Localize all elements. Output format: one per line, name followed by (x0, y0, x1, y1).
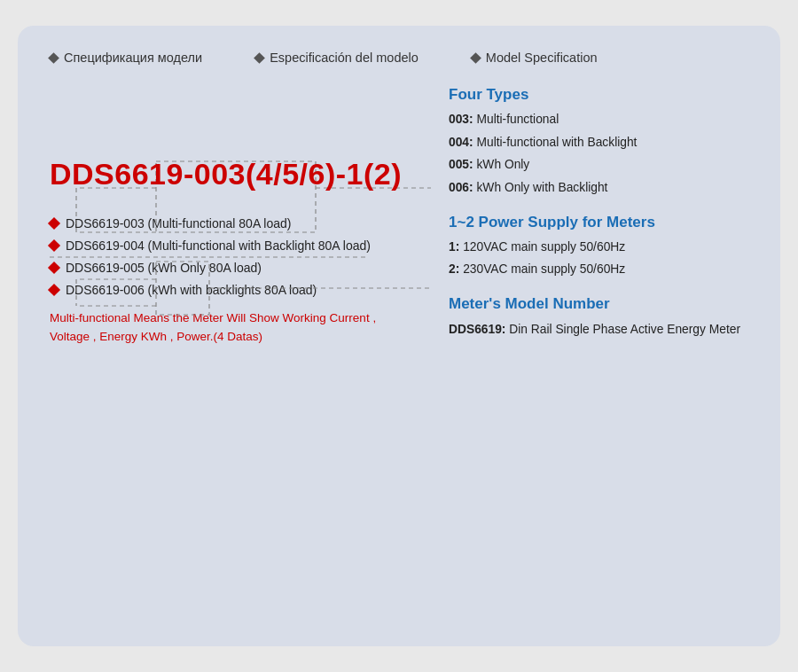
header-label-russian: Спецификация модели (64, 51, 202, 65)
four-types-title: Four Types (449, 86, 748, 104)
type-003-code: 003: (449, 113, 473, 126)
model-number-desc: Din Rail Single Phase Active Energy Mete… (505, 323, 740, 336)
diamond-icon-3 (470, 52, 481, 64)
power-1-desc: 120VAC main supply 50/60Hz (463, 240, 625, 254)
type-005-code: 005: (449, 158, 473, 171)
type-003-desc: Multi-functional (476, 113, 559, 126)
power-2-code: 2: (449, 262, 459, 276)
model-number-title: Meter's Model Number (449, 295, 748, 313)
svg-rect-5 (156, 262, 209, 315)
main-card: Спецификация модели Especificación del m… (18, 26, 780, 646)
power-1: 1: 120VAC main supply 50/60Hz (449, 238, 748, 257)
power-2-desc: 230VAC main supply 50/60Hz (463, 262, 625, 276)
power-supply-title: 1~2 Power Supply for Meters (449, 214, 748, 231)
header-row: Спецификация модели Especificación del m… (50, 51, 748, 65)
power-2: 2: 230VAC main supply 50/60Hz (449, 261, 748, 279)
type-005-desc: kWh Only (476, 158, 529, 171)
header-item-russian: Спецификация модели (50, 51, 202, 65)
header-label-spanish: Especificación del modelo (270, 51, 419, 65)
type-006-code: 006: (449, 181, 473, 194)
type-005: 005: kWh Only (449, 156, 748, 175)
model-number-code: DDS6619: (449, 323, 505, 336)
power-1-code: 1: (449, 240, 459, 254)
model-code: DDS6619-003(4/5/6)-1(2) (50, 157, 404, 191)
left-section: DDS6619-003(4/5/6)-1(2) DDS6619-003 (Mul… (50, 86, 431, 347)
header-label-english: Model Specification (486, 51, 598, 65)
main-body: DDS6619-003(4/5/6)-1(2) DDS6619-003 (Mul… (50, 86, 748, 347)
model-number-detail: DDS6619: Din Rail Single Phase Active En… (449, 320, 748, 340)
type-006-desc: kWh Only with Backlight (476, 181, 607, 194)
diamond-icon-2 (254, 52, 265, 64)
header-item-spanish: Especificación del modelo (255, 51, 419, 65)
header-item-english: Model Specification (472, 51, 598, 65)
model-number-section: Meter's Model Number DDS6619: Din Rail S… (449, 295, 748, 340)
type-004-code: 004: (449, 136, 473, 149)
type-003: 003: Multi-functional (449, 111, 748, 129)
model-diagram: DDS6619-003(4/5/6)-1(2) (50, 157, 404, 191)
four-types-section: Four Types 003: Multi-functional 004: Mu… (449, 86, 748, 198)
type-006: 006: kWh Only with Backlight (449, 179, 748, 198)
diamond-icon-1 (48, 52, 59, 64)
power-supply-section: 1~2 Power Supply for Meters 1: 120VAC ma… (449, 214, 748, 279)
type-004-desc: Multi-functional with Backlight (476, 136, 637, 149)
type-004: 004: Multi-functional with Backlight (449, 134, 748, 152)
right-section: Four Types 003: Multi-functional 004: Mu… (431, 86, 748, 347)
